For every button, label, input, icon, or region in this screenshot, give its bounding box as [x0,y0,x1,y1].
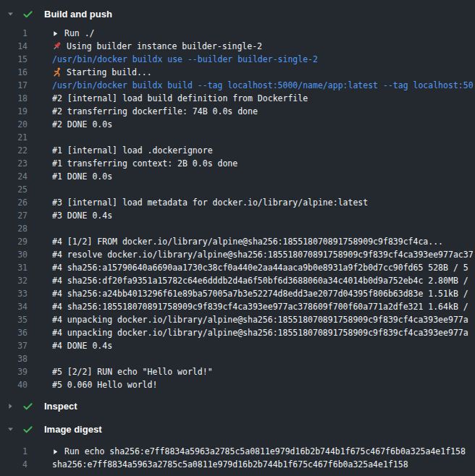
log-text-value: #1 [internal] load .dockerignore [52,144,213,157]
log-text-value: #4 sha256:df20fa9351a15782c64e6dddb2d4a6… [52,274,468,287]
log-text-value: Starting build... [67,66,152,79]
log-text-value: sha256:e7ff8834a5963a2785c5a0811e979d16b… [52,458,408,471]
log-text-value: #1 DONE 0.0s [52,170,112,183]
line-number[interactable]: 21 [0,131,28,144]
log-text-value: /usr/bin/docker buildx build --tag local… [52,79,474,92]
section-title: Build and push [44,9,112,20]
log-text-value: #3 [internal] load metadata for docker.i… [52,196,368,209]
line-number[interactable]: 22 [0,144,28,157]
log-text: #5 0.060 Hello world! [52,378,157,391]
section-header-inspect[interactable]: Inspect [0,399,475,412]
section-inspect: Inspect [0,399,475,412]
line-number[interactable]: 19 [0,105,28,118]
log-text-value: /usr/bin/docker buildx use --builder bui… [52,53,318,66]
log-text: /usr/bin/docker buildx build --tag local… [52,79,474,92]
log-text: #4 sha256:185518070891758909c9f839cf4ca3… [52,300,468,313]
log-text-value: #4 [1/2] FROM docker.io/library/alpine@s… [52,235,443,248]
line-number[interactable]: 30 [0,248,28,261]
line-number[interactable]: 36 [0,326,28,339]
log-text-value: #4 sha256:a15790640a6690aa1730c38cf0a440… [52,261,468,274]
line-number[interactable]: 23 [0,157,28,170]
log-text: #2 transferring dockerfile: 74B 0.0s don… [52,105,258,118]
line-number[interactable]: 39 [0,365,28,378]
log-text-value: Run ./ [64,27,95,40]
line-number[interactable]: 14 [0,40,28,53]
section-header-build-and-push[interactable]: Build and push [0,7,475,20]
log-line: 34#4 sha256:185518070891758909c9f839cf4c… [0,300,475,313]
line-number[interactable]: 28 [0,222,28,235]
section-header-image-digest[interactable]: Image digest [0,422,475,435]
line-number[interactable]: 38 [0,352,28,365]
log-text: #2 [internal] load build definition from… [52,92,308,105]
log-text-value: #2 DONE 0.0s [52,118,112,131]
log-text-value: #1 transferring context: 2B 0.0s done [52,157,238,170]
chevron-down-icon[interactable] [6,9,15,19]
expand-group-icon[interactable] [52,30,59,37]
pushpin-icon [52,41,62,51]
log-text-value: #4 DONE 0.4s [52,339,112,352]
line-number[interactable]: 18 [0,92,28,105]
log-block-image-digest: 1Run echo sha256:e7ff8834a5963a2785c5a08… [0,445,475,471]
log-line: 33#4 sha256:a24bb4013296f61e89ba57005a7b… [0,287,475,300]
line-number[interactable]: 26 [0,196,28,209]
log-text: Run echo sha256:e7ff8834a5963a2785c5a081… [52,445,466,458]
log-text-value: #4 sha256:a24bb4013296f61e89ba57005a7b3e… [52,287,468,300]
line-number[interactable]: 29 [0,235,28,248]
line-number[interactable]: 31 [0,261,28,274]
line-number[interactable]: 1 [0,445,28,458]
success-check-icon [22,9,33,20]
log-line: 36#4 unpacking docker.io/library/alpine@… [0,326,475,339]
log-text: Using builder instance builder-single-2 [52,40,262,53]
line-number[interactable]: 32 [0,274,28,287]
line-number[interactable]: 17 [0,79,28,92]
chevron-right-icon[interactable] [6,401,15,411]
log-text: #4 sha256:df20fa9351a15782c64e6dddb2d4a6… [52,274,468,287]
line-number[interactable]: 37 [0,339,28,352]
log-line: 24#1 DONE 0.0s [0,170,475,183]
line-number[interactable]: 16 [0,66,28,79]
log-line: 23#1 transferring context: 2B 0.0s done [0,157,475,170]
log-line: 17/usr/bin/docker buildx build --tag loc… [0,79,475,92]
line-number[interactable]: 20 [0,118,28,131]
log-text: #4 sha256:a15790640a6690aa1730c38cf0a440… [52,261,468,274]
line-number[interactable]: 35 [0,313,28,326]
log-text-value: #2 [internal] load build definition from… [52,92,308,105]
log-text: #1 [internal] load .dockerignore [52,144,213,157]
log-text: sha256:e7ff8834a5963a2785c5a0811e979d16b… [52,458,408,471]
line-number[interactable]: 4 [0,458,28,471]
log-line: 37#4 DONE 0.4s [0,339,475,352]
chevron-down-icon[interactable] [6,425,15,434]
log-line: 16Starting build... [0,66,475,79]
log-line: 25 [0,183,475,196]
line-number[interactable]: 1 [0,27,28,40]
log-line: 30#4 resolve docker.io/library/alpine@sh… [0,248,475,261]
log-text-value: Using builder instance builder-single-2 [67,40,262,53]
log-line: 38 [0,352,475,365]
line-number[interactable]: 27 [0,209,28,222]
line-number[interactable]: 15 [0,53,28,66]
log-line: 27#3 DONE 0.4s [0,209,475,222]
log-text: #3 [internal] load metadata for docker.i… [52,196,368,209]
log-line: 26#3 [internal] load metadata for docker… [0,196,475,209]
log-line: 28 [0,222,475,235]
log-line: 20#2 DONE 0.0s [0,118,475,131]
log-text-value: #5 0.060 Hello world! [52,378,157,391]
log-text: #4 sha256:a24bb4013296f61e89ba57005a7b3e… [52,287,468,300]
line-number[interactable]: 34 [0,300,28,313]
log-line: 29#4 [1/2] FROM docker.io/library/alpine… [0,235,475,248]
log-text: #4 unpacking docker.io/library/alpine@sh… [52,313,468,326]
line-number[interactable]: 33 [0,287,28,300]
line-number[interactable]: 40 [0,378,28,391]
log-text-value: #4 unpacking docker.io/library/alpine@sh… [52,313,468,326]
line-number[interactable]: 25 [0,183,28,196]
expand-group-icon[interactable] [52,449,59,455]
log-block-build-and-push: 1Run ./14Using builder instance builder-… [0,27,475,391]
line-number[interactable]: 24 [0,170,28,183]
log-text: #3 DONE 0.4s [52,209,112,222]
log-text-value: #4 resolve docker.io/library/alpine@sha2… [52,248,474,261]
log-text: Run ./ [52,27,95,40]
log-line: 1Run echo sha256:e7ff8834a5963a2785c5a08… [0,445,475,458]
log-line: 4sha256:e7ff8834a5963a2785c5a0811e979d16… [0,458,475,471]
section-build-and-push: Build and push1Run ./14Using builder ins… [0,7,475,391]
log-text: #2 DONE 0.0s [52,118,112,131]
